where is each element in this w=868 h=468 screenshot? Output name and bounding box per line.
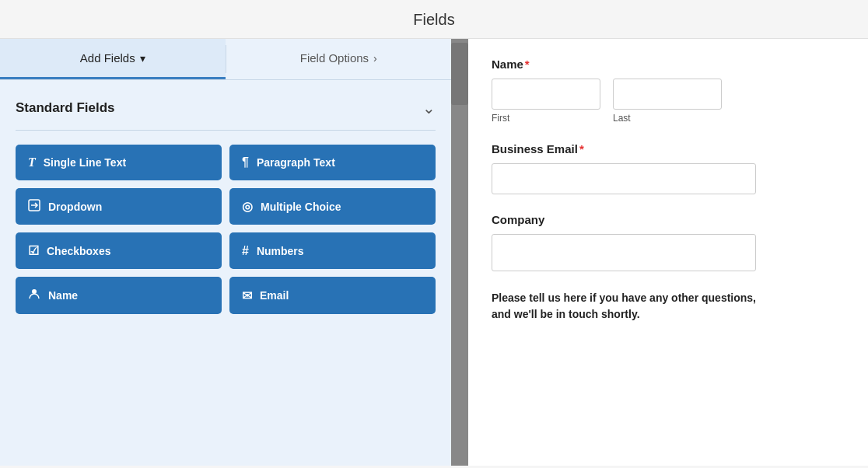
section-divider (16, 130, 436, 131)
dropdown-icon (28, 199, 40, 214)
tabs-bar: Add Fields ▾ Field Options › (0, 39, 451, 80)
chevron-right-icon: › (373, 52, 377, 65)
name-form-field: Name* First Last (492, 58, 845, 124)
company-input[interactable] (492, 234, 756, 271)
left-panel: Add Fields ▾ Field Options › Standard Fi… (0, 39, 451, 466)
email-icon: ✉ (242, 288, 252, 303)
business-email-input[interactable] (492, 163, 756, 194)
chevron-down-icon: ▾ (140, 52, 145, 65)
business-email-form-field: Business Email* (492, 142, 845, 194)
last-name-input[interactable] (613, 79, 722, 110)
dropdown-button[interactable]: Dropdown (16, 188, 222, 225)
numbers-button[interactable]: # Numbers (229, 232, 436, 269)
tab-field-options-label: Field Options (300, 51, 369, 65)
checkboxes-button[interactable]: ☑ Checkboxes (16, 232, 222, 269)
section-header: Standard Fields ⌄ (16, 99, 436, 117)
checkboxes-icon: ☑ (28, 243, 39, 258)
company-label: Company (492, 213, 845, 226)
collapse-icon[interactable]: ⌄ (422, 99, 436, 117)
single-line-text-button[interactable]: T Single Line Text (16, 145, 222, 180)
email-field-button[interactable]: ✉ Email (229, 277, 436, 314)
company-form-field: Company (492, 213, 845, 271)
first-name-group: First (492, 79, 600, 124)
person-icon (28, 288, 40, 303)
numbers-label: Numbers (257, 245, 304, 257)
email-field-label: Email (260, 289, 289, 302)
panel-content: Standard Fields ⌄ T Single Line Text ¶ P… (0, 80, 451, 466)
name-required-star: * (525, 58, 530, 71)
paragraph-text-label: Paragraph Text (257, 156, 335, 169)
tab-add-fields[interactable]: Add Fields ▾ (0, 39, 226, 79)
checkboxes-label: Checkboxes (47, 245, 110, 257)
fields-grid: T Single Line Text ¶ Paragraph Text (16, 145, 436, 314)
multiple-choice-label: Multiple Choice (261, 201, 341, 213)
footer-text-field: Please tell us here if you have any othe… (492, 290, 845, 323)
section-title: Standard Fields (16, 100, 115, 116)
email-required-star: * (579, 142, 584, 155)
business-email-label: Business Email* (492, 142, 845, 155)
right-panel: Name* First Last Business Email* (468, 39, 868, 466)
last-name-label: Last (613, 113, 722, 124)
multiple-choice-button[interactable]: ◎ Multiple Choice (229, 188, 436, 225)
svg-point-2 (32, 289, 37, 294)
single-line-text-label: Single Line Text (44, 156, 126, 169)
scroll-thumb (451, 43, 468, 105)
scroll-divider[interactable] (451, 39, 468, 466)
paragraph-text-button[interactable]: ¶ Paragraph Text (229, 145, 436, 180)
name-inputs: First Last (492, 79, 845, 124)
first-name-input[interactable] (492, 79, 600, 110)
numbers-icon: # (242, 244, 249, 258)
name-field-button[interactable]: Name (16, 277, 222, 314)
tab-add-fields-label: Add Fields (80, 51, 135, 65)
single-line-text-icon: T (28, 155, 36, 169)
page-header: Fields (0, 0, 868, 39)
dropdown-label: Dropdown (48, 201, 102, 213)
name-field-label: Name* (492, 58, 845, 71)
tab-field-options[interactable]: Field Options › (226, 39, 452, 79)
footer-text: Please tell us here if you have any othe… (492, 290, 756, 323)
multiple-choice-icon: ◎ (242, 199, 253, 214)
paragraph-icon: ¶ (242, 155, 249, 169)
page-title: Fields (0, 11, 868, 29)
last-name-group: Last (613, 79, 722, 124)
first-name-label: First (492, 113, 600, 124)
name-field-label: Name (48, 289, 78, 302)
